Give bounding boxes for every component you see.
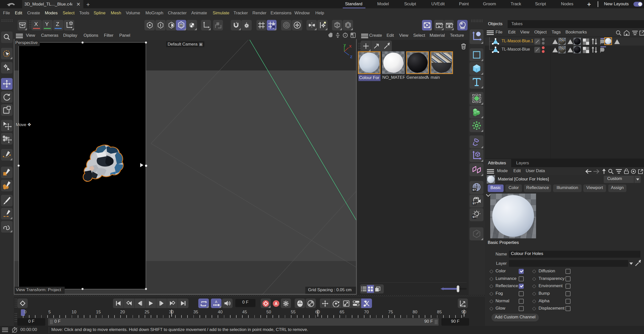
svg-text:A: A bbox=[275, 302, 278, 306]
svg-text:Y: Y bbox=[344, 44, 346, 47]
svg-text:ST: ST bbox=[472, 202, 476, 205]
svg-text:X: X bbox=[349, 44, 352, 48]
svg-text:Z: Z bbox=[350, 55, 352, 59]
svg-text:A: A bbox=[215, 300, 217, 304]
svg-text:A: A bbox=[346, 23, 349, 28]
svg-text:ST: ST bbox=[472, 188, 476, 191]
svg-text:ST: ST bbox=[472, 215, 476, 218]
